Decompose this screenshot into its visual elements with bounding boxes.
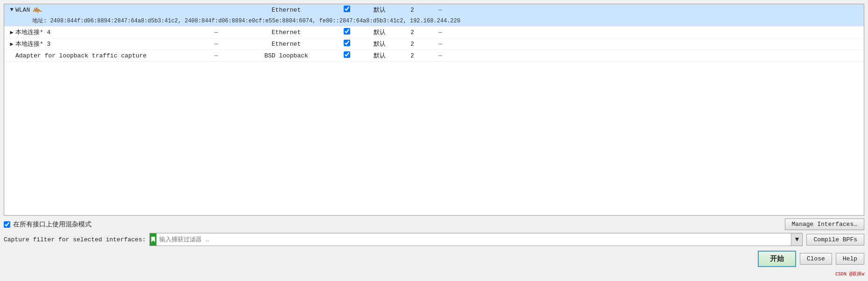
local4-prom-checkbox[interactable] — [344, 28, 350, 35]
iface-name-local3: 本地连接* 3 — [15, 40, 50, 48]
local3-mon: — — [426, 41, 454, 48]
close-button[interactable]: Close — [800, 253, 832, 265]
wlan-mon: — — [426, 7, 454, 14]
watermark: CSDN @双择w — [4, 271, 864, 277]
iface-name-loopback: Adapter for loopback traffic capture — [15, 52, 147, 59]
filter-row: Capture filter for selected interfaces: … — [4, 233, 864, 246]
filter-dropdown-button[interactable]: ▼ — [791, 233, 802, 246]
expand-arrow-local3[interactable]: ▶ — [8, 41, 15, 48]
svg-marker-0 — [151, 237, 155, 242]
loopback-snaplen: 默认 — [361, 51, 398, 60]
local4-buf: 2 — [398, 29, 426, 36]
help-button[interactable]: Help — [836, 253, 864, 265]
filter-input-wrap: ▼ — [149, 233, 803, 246]
loopback-prom-checkbox[interactable] — [344, 51, 350, 58]
wlan-buf: 2 — [398, 7, 426, 14]
local4-snaplen: 默认 — [361, 28, 398, 36]
promiscuous-label: 在所有接口上使用混杂模式 — [13, 220, 92, 229]
table-row[interactable]: ▼ WLAN Ethernet 默认 2 — — [4, 4, 864, 15]
local3-traffic: — — [193, 41, 240, 48]
local3-prom-checkbox[interactable] — [344, 40, 350, 46]
wlan-address-row: 地址: 2408:844f:d06:8894:2847:64a8:d5b3:41… — [4, 15, 864, 27]
wlan-address: 地址: 2408:844f:d06:8894:2847:64a8:d5b3:41… — [32, 17, 460, 25]
expand-arrow-local4[interactable]: ▶ — [8, 29, 15, 36]
loopback-traffic: — — [193, 52, 240, 59]
local4-traffic: — — [193, 29, 240, 36]
loopback-buf: 2 — [398, 52, 426, 59]
local3-buf: 2 — [398, 41, 426, 48]
bottom-area: 在所有接口上使用混杂模式 Manage Interfaces… Capture … — [4, 218, 864, 277]
table-body: ▼ WLAN Ethernet 默认 2 — — [4, 4, 864, 201]
table-row[interactable]: ▶ 本地连接* 3 — Ethernet 默认 2 — — [4, 38, 864, 50]
wlan-prom[interactable] — [333, 6, 361, 14]
iface-name-wlan: WLAN — [15, 7, 30, 14]
local3-snaplen: 默认 — [361, 40, 398, 48]
manage-interfaces-button[interactable]: Manage Interfaces… — [785, 218, 864, 230]
wlan-link: Ethernet — [240, 7, 333, 14]
capture-filter-input[interactable] — [156, 236, 791, 243]
expand-arrow-wlan[interactable]: ▼ — [8, 7, 15, 13]
activity-icon-wlan — [33, 7, 42, 13]
promiscuous-checkbox[interactable] — [4, 221, 10, 228]
main-container: ▼ WLAN Ethernet 默认 2 — — [0, 0, 868, 281]
compile-bpfs-button[interactable]: Compile BPFs — [806, 234, 864, 246]
loopback-link: BSD loopback — [240, 52, 333, 59]
action-buttons-row: 开始 Close Help — [4, 251, 864, 267]
wlan-prom-checkbox[interactable] — [344, 6, 350, 12]
loopback-prom[interactable] — [333, 51, 361, 60]
promiscuous-row: 在所有接口上使用混杂模式 Manage Interfaces… — [4, 218, 864, 230]
wlan-snaplen: 默认 — [361, 6, 398, 14]
local4-mon: — — [426, 29, 454, 36]
filter-label: Capture filter for selected interfaces: — [4, 236, 146, 243]
start-button[interactable]: 开始 — [758, 251, 796, 267]
promiscuous-control: 在所有接口上使用混杂模式 — [4, 220, 92, 229]
loopback-mon: — — [426, 52, 454, 59]
table-row[interactable]: ▶ Adapter for loopback traffic capture —… — [4, 50, 864, 62]
table-row[interactable]: ▶ 本地连接* 4 — Ethernet 默认 2 — — [4, 27, 864, 38]
iface-name-local4: 本地连接* 4 — [15, 28, 50, 36]
filter-bookmark-icon — [150, 233, 156, 246]
local4-prom[interactable] — [333, 28, 361, 36]
interfaces-table: ▼ WLAN Ethernet 默认 2 — — [4, 4, 864, 216]
local3-link: Ethernet — [240, 41, 333, 48]
local4-link: Ethernet — [240, 29, 333, 36]
local3-prom[interactable] — [333, 40, 361, 48]
